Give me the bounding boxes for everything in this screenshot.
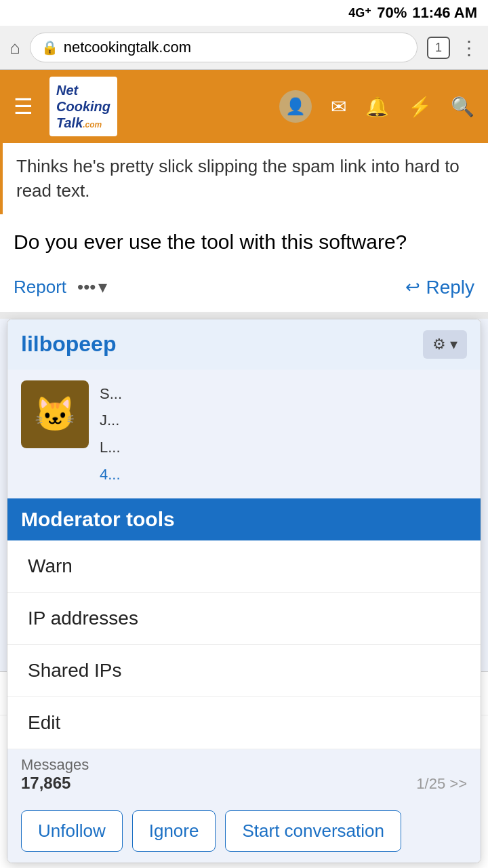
messages-label: Messages — [21, 756, 89, 774]
profile-card-area: 🐱 lilbopeep lilbopeep ⚙ ▾ 🐱 S... J... — [0, 319, 488, 671]
dropdown-user-info: S... J... L... 4... — [100, 380, 122, 488]
ellipsis-icon: ••• — [77, 277, 96, 298]
user-info-line3: L... — [100, 434, 122, 461]
mod-menu-shared-ips[interactable]: Shared IPs — [7, 645, 481, 697]
unfollow-button[interactable]: Unfollow — [21, 810, 123, 852]
user-info-line1: S... — [100, 380, 122, 408]
dropdown-gear-area: ⚙ ▾ — [423, 330, 467, 359]
lightning-icon[interactable]: ⚡ — [408, 96, 432, 118]
mod-menu-ip-addresses[interactable]: IP addresses — [7, 593, 481, 645]
logo-line1: Net — [56, 82, 110, 98]
content-area: Thinks he's pretty slick slipping the sp… — [0, 143, 488, 312]
moderator-tools-label: Moderator tools — [7, 498, 481, 540]
post-actions: Report ••• ▾ ↩ Reply — [0, 270, 488, 312]
home-icon[interactable]: ⌂ — [9, 37, 20, 58]
quote-block: Thinks he's pretty slick slipping the sp… — [0, 143, 488, 214]
signal-icon: 4G⁺ — [348, 5, 371, 20]
url-bar[interactable]: 🔒 netcookingtalk.com — [30, 33, 418, 62]
logo-line3: Talk.com — [56, 115, 110, 131]
browser-menu-icon[interactable]: ⋮ — [460, 37, 479, 59]
more-button[interactable]: ••• ▾ — [77, 277, 107, 298]
dropdown-username: lilbopeep — [21, 332, 116, 357]
section-divider — [0, 312, 488, 319]
bell-icon[interactable]: 🔔 — [365, 96, 389, 118]
reply-icon: ↩ — [405, 277, 420, 298]
nav-icons: 👤 ✉ 🔔 ⚡ 🔍 — [279, 90, 474, 123]
profile-stats-area: Messages 17,865 1/25 >> — [7, 749, 481, 800]
tab-count-button[interactable]: 1 — [427, 37, 450, 59]
mod-menu-edit[interactable]: Edit — [7, 697, 481, 749]
dropdown-header: lilbopeep ⚙ ▾ — [7, 319, 481, 370]
post-actions-left: Report ••• ▾ — [14, 277, 107, 298]
user-info-line2: J... — [100, 407, 122, 434]
dropdown-avatar-area: 🐱 S... J... L... 4... — [7, 370, 481, 498]
clock: 11:46 AM — [412, 4, 477, 22]
report-link[interactable]: Report — [14, 277, 66, 298]
gear-icon: ⚙ — [432, 336, 446, 353]
mod-menu-warn[interactable]: Warn — [7, 540, 481, 593]
site-logo[interactable]: Net Cooking Talk.com — [49, 77, 117, 136]
messages-value: 17,865 — [21, 774, 89, 793]
post-body-text: Do you ever use the tool with this softw… — [14, 231, 407, 253]
battery-status: 70% — [377, 4, 407, 22]
status-bar: 4G⁺ 70% 11:46 AM — [0, 0, 488, 26]
search-icon[interactable]: 🔍 — [451, 96, 474, 118]
reply-button[interactable]: ↩ Reply — [405, 277, 474, 298]
pagination: 1/25 >> — [416, 775, 467, 793]
nav-bar: ☰ Net Cooking Talk.com 👤 ✉ 🔔 ⚡ 🔍 — [0, 70, 488, 143]
dropdown-avatar[interactable]: 🐱 — [21, 380, 89, 448]
user-avatar[interactable]: 👤 — [279, 90, 312, 123]
hamburger-menu-icon[interactable]: ☰ — [14, 94, 33, 119]
post-body: Do you ever use the tool with this softw… — [0, 214, 488, 270]
mail-icon[interactable]: ✉ — [331, 96, 346, 118]
reply-label: Reply — [426, 277, 474, 298]
chevron-down-icon: ▾ — [98, 277, 107, 298]
user-info-line4: 4... — [100, 461, 122, 488]
logo-line2: Cooking — [56, 98, 110, 115]
browser-bar: ⌂ 🔒 netcookingtalk.com 1 ⋮ — [0, 26, 488, 70]
dropdown-overlay: lilbopeep ⚙ ▾ 🐱 S... J... L... 4... Mode… — [7, 319, 481, 863]
quote-text: Thinks he's pretty slick slipping the sp… — [16, 156, 460, 201]
url-text: netcookingtalk.com — [64, 39, 191, 56]
ignore-button[interactable]: Ignore — [132, 810, 216, 852]
profile-action-buttons: Unfollow Ignore Start conversation — [7, 800, 481, 863]
gear-button[interactable]: ⚙ ▾ — [423, 330, 467, 359]
lock-icon: 🔒 — [41, 39, 58, 56]
dropdown-arrow-icon: ▾ — [450, 336, 458, 353]
start-conversation-button[interactable]: Start conversation — [225, 810, 401, 852]
profile-stats: Messages 17,865 — [21, 756, 89, 793]
dropdown-arrow-up — [421, 319, 440, 319]
